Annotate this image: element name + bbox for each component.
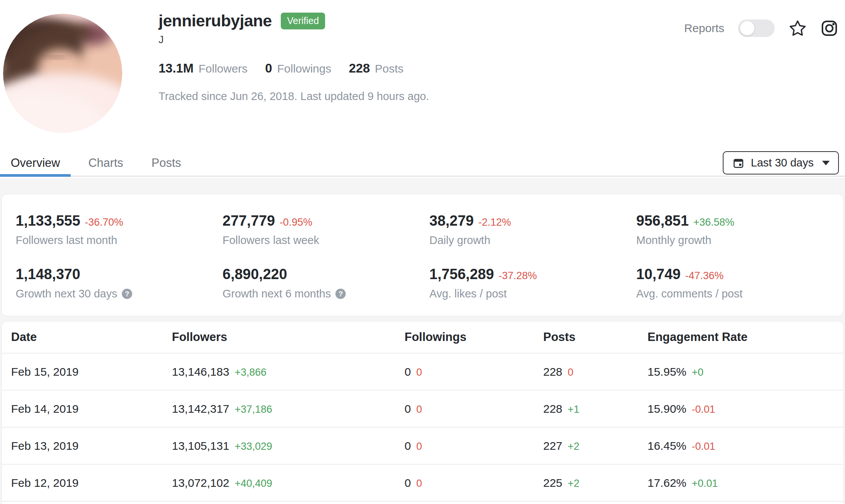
verified-badge: Verified [281, 13, 325, 29]
followings-count-label: Followings [277, 62, 331, 75]
followers-value: 13,072,102 [172, 477, 229, 489]
followers-cell: 13,072,102 +40,409 [172, 477, 405, 489]
table-row: Feb 14, 2019 13,142,317 +37,186 0 0 228 … [2, 391, 843, 428]
posts-delta: +2 [568, 441, 580, 452]
engagement-value: 16.45% [648, 439, 686, 452]
posts-value: 227 [543, 439, 562, 452]
followers-delta: +37,186 [235, 404, 272, 415]
column-header-followers: Followers [172, 330, 405, 344]
posts-cell: 225 +2 [543, 477, 648, 489]
stat-label: Growth next 30 days ? [16, 288, 223, 300]
followers-count: 13.1M Followers [159, 61, 248, 76]
followings-count-value: 0 [265, 61, 272, 76]
tab-posts[interactable]: Posts [141, 150, 192, 176]
stat-followers-last-month: 1,133,555 -36.70% Followers last month [16, 213, 223, 244]
followings-delta: 0 [416, 367, 422, 378]
stat-label: Monthly growth [636, 234, 843, 247]
followings-delta: 0 [416, 404, 422, 415]
stat-label: Followers last week [223, 234, 430, 247]
stat-value: 277,779 [223, 213, 275, 229]
posts-delta: +2 [568, 478, 580, 489]
stat-value: 1,148,370 [16, 266, 80, 283]
stat-value: 6,890,220 [223, 266, 287, 283]
history-table-card: Date Followers Followings Posts Engageme… [2, 321, 843, 504]
engagement-delta: +0 [692, 367, 704, 378]
followers-value: 13,105,131 [172, 439, 229, 452]
table-header-row: Date Followers Followings Posts Engageme… [2, 321, 843, 354]
instagram-icon[interactable] [821, 19, 838, 37]
followers-cell: 13,105,131 +33,029 [172, 439, 405, 452]
stat-value: 956,851 [636, 213, 689, 229]
date-cell: Feb 13, 2019 [11, 439, 172, 452]
followings-value: 0 [405, 439, 411, 452]
stat-delta: -36.70% [85, 216, 123, 228]
followers-value: 13,142,317 [172, 402, 229, 415]
stat-monthly-growth: 956,851 +36.58% Monthly growth [636, 213, 843, 244]
help-icon[interactable]: ? [122, 289, 132, 299]
posts-delta: +1 [568, 404, 580, 415]
stat-label: Avg. comments / post [636, 288, 843, 300]
table-row: Feb 13, 2019 13,105,131 +33,029 0 0 227 … [2, 428, 843, 465]
stat-label: Growth next 6 months ? [223, 288, 430, 300]
summary-stats-card: 1,133,555 -36.70% Followers last month 2… [2, 194, 843, 316]
table-row: Feb 15, 2019 13,146,183 +3,866 0 0 228 0… [2, 354, 843, 391]
reports-label: Reports [684, 22, 724, 35]
stat-delta: -37.28% [499, 270, 537, 282]
profile-header: jennierubyjane Verified J 13.1M Follower… [0, 0, 845, 150]
posts-cell: 227 +2 [543, 439, 648, 452]
tab-charts[interactable]: Charts [78, 150, 134, 176]
engagement-cell: 15.95% +0 [648, 365, 843, 378]
stat-value: 10,749 [636, 266, 681, 283]
stat-avg-likes-per-post: 1,756,289 -37.28% Avg. likes / post [429, 266, 636, 297]
followers-delta: +3,866 [235, 367, 266, 378]
followings-cell: 0 0 [405, 365, 543, 378]
stat-growth-next-30-days: 1,148,370 Growth next 30 days ? [16, 266, 223, 297]
profile-counts: 13.1M Followers 0 Followings 228 Posts [159, 61, 429, 76]
posts-count-value: 228 [349, 61, 370, 76]
stat-delta: +36.58% [693, 216, 734, 228]
profile-info: jennierubyjane Verified J 13.1M Follower… [159, 11, 429, 103]
date-cell: Feb 14, 2019 [11, 402, 172, 415]
posts-cell: 228 0 [543, 365, 648, 378]
followers-count-value: 13.1M [159, 61, 194, 76]
engagement-delta: +0.01 [692, 478, 718, 489]
followings-value: 0 [405, 477, 411, 489]
overview-content: 1,133,555 -36.70% Followers last month 2… [0, 178, 845, 504]
engagement-cell: 17.62% +0.01 [648, 477, 843, 489]
followers-cell: 13,146,183 +3,866 [172, 365, 405, 378]
followings-count: 0 Followings [265, 61, 331, 76]
date-range-label: Last 30 days [751, 157, 814, 169]
followings-value: 0 [405, 402, 411, 415]
date-cell: Feb 12, 2019 [11, 477, 172, 489]
tracked-note: Tracked since Jun 26, 2018. Last updated… [159, 90, 429, 103]
engagement-cell: 16.45% -0.01 [648, 439, 843, 452]
followers-cell: 13,142,317 +37,186 [172, 402, 405, 415]
stat-delta: -0.95% [280, 216, 312, 228]
stat-followers-last-week: 277,779 -0.95% Followers last week [223, 213, 430, 244]
engagement-delta: -0.01 [692, 404, 715, 415]
followers-value: 13,146,183 [172, 365, 229, 378]
stat-avg-comments-per-post: 10,749 -47.36% Avg. comments / post [636, 266, 843, 297]
tab-overview[interactable]: Overview [0, 150, 71, 176]
followers-delta: +40,409 [235, 478, 272, 489]
favorite-star-icon[interactable] [788, 19, 807, 37]
date-range-button[interactable]: Last 30 days [723, 151, 839, 174]
name-row: jennierubyjane Verified [159, 11, 429, 30]
followings-cell: 0 0 [405, 477, 543, 489]
stat-growth-next-6-months: 6,890,220 Growth next 6 months ? [223, 266, 430, 297]
stat-label-text: Growth next 6 months [223, 288, 331, 300]
stat-delta: -47.36% [685, 270, 724, 282]
reports-toggle[interactable] [738, 19, 775, 37]
posts-count: 228 Posts [349, 61, 403, 76]
stat-value: 38,279 [429, 213, 474, 229]
followings-cell: 0 0 [405, 439, 543, 452]
username: jennierubyjane [159, 11, 272, 30]
posts-cell: 228 +1 [543, 402, 648, 415]
stat-daily-growth: 38,279 -2.12% Daily growth [429, 213, 636, 244]
table-row: Feb 12, 2019 13,072,102 +40,409 0 0 225 … [2, 465, 843, 502]
header-actions: Reports [684, 19, 838, 37]
help-icon[interactable]: ? [335, 289, 346, 299]
calendar-icon [733, 157, 744, 169]
posts-value: 228 [543, 402, 562, 415]
profile-avatar [3, 14, 122, 133]
